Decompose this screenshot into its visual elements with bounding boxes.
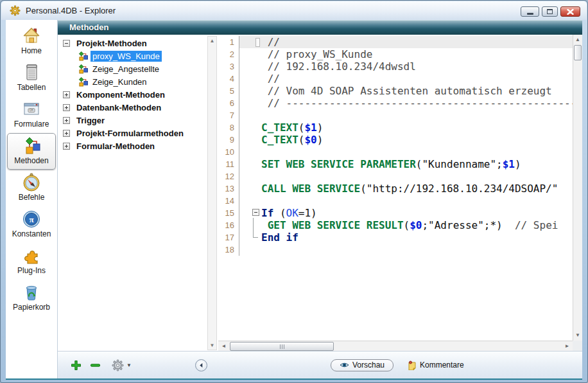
code-line[interactable]: 1 // [218,36,573,48]
preview-button[interactable]: Vorschau [331,359,393,371]
code-preview-pane: 1 //2 // proxy_WS_Kunde3 // 192.168.10.2… [218,35,582,352]
sidebar-item-constants[interactable]: πKonstanten [7,206,56,243]
expand-box-icon[interactable] [63,130,70,137]
tree-group-projekt-formularmethoden[interactable]: Projekt-Formularmethoden [58,127,207,139]
expand-box-icon[interactable] [63,117,70,124]
sidebar-item-commands[interactable]: Befehle [7,170,56,206]
eye-icon [340,362,349,368]
tree-group-label: Komponent-Methoden [74,89,167,100]
maximize-button[interactable] [542,6,558,17]
code-line[interactable]: 17End if [218,231,573,244]
collapse-pane-button[interactable] [195,359,207,371]
sidebar-item-home[interactable]: Home [7,23,56,60]
code-text: C_TEXT($1) [239,121,573,134]
code-text: If (OK=1) [239,207,573,219]
fold-collapse-icon[interactable] [252,209,259,216]
code-line[interactable]: 14 [218,195,573,207]
code-lines: 1 //2 // proxy_WS_Kunde3 // 192.168.10.2… [218,35,573,256]
tree-group-formular-methoden[interactable]: Formular-Methoden [58,139,207,152]
tree-group-label: Formular-Methoden [74,141,157,152]
code-line[interactable]: 18 [218,244,573,256]
scroll-up-icon[interactable]: ▲ [208,37,216,45]
preview-label: Vorschau [352,361,385,370]
add-method-button[interactable] [71,360,82,371]
tree-method-item[interactable]: Zeige_Kunden [58,75,207,88]
tree-scrollbar[interactable]: ▲ ▼ [207,36,217,350]
minus-icon [90,360,101,371]
code-line[interactable]: 5 // Vom 4D SOAP Assistenten automatisch… [218,85,573,97]
code-line[interactable]: 10 [218,146,573,158]
sidebar-item-plugins[interactable]: Plug-Ins [7,243,56,280]
tree-group-projekt-methoden[interactable]: Projekt-Methoden [58,37,207,49]
code-line[interactable]: 3 // 192.168.10.234/4dwsdl [218,60,573,73]
code-text: CALL WEB SERVICE("http://192.168.10.234/… [239,183,573,195]
code-line[interactable]: 2 // proxy_WS_Kunde [218,48,573,60]
sidebar-item-label: Methoden [14,156,48,165]
tree-method-label: proxy_WS_Kunde [91,51,162,62]
collapse-box-icon[interactable] [63,40,70,47]
expand-box-icon[interactable] [63,143,70,150]
scroll-up-icon[interactable]: ▲ [573,35,582,44]
minimize-button[interactable] [521,6,539,17]
sidebar-item-methods[interactable]: Methoden [7,133,56,170]
code-line[interactable]: 13CALL WEB SERVICE("http://192.168.10.23… [218,183,573,195]
main-panel: Methoden Projekt-Methoden proxy_WS_Kunde… [57,20,582,379]
code-line[interactable]: 12 [218,170,573,183]
sidebar-item-label: Tabellen [17,83,46,92]
home-icon [22,25,41,46]
tree-group-label: Projekt-Methoden [74,38,149,49]
scroll-down-icon[interactable]: ▼ [573,331,582,340]
line-number: 17 [218,231,239,244]
tree-group-komponent-methoden[interactable]: Komponent-Methoden [58,88,207,101]
comments-button[interactable]: Kommentare [408,361,464,370]
dropdown-caret-icon: ▼ [126,362,132,368]
sidebar-item-trash[interactable]: Papierkorb [7,280,56,316]
code-line[interactable]: 11SET WEB SERVICE PARAMETER("Kundenname"… [218,158,573,170]
sidebar-item-tables[interactable]: Tabellen [7,60,56,96]
tree-method-item[interactable]: proxy_WS_Kunde [58,49,207,62]
delete-method-button[interactable] [90,360,101,371]
tree-method-item[interactable]: Zeige_Angestellte [58,62,207,75]
code-text: // [239,73,573,85]
commands-icon [22,172,41,193]
tree-group-trigger[interactable]: Trigger [58,114,207,127]
sidebar-item-label: Formulare [14,120,49,129]
code-line[interactable]: 6 // -----------------------------------… [218,97,573,109]
sidebar-item-label: Papierkorb [13,303,50,312]
line-number: 2 [218,48,239,60]
code-horizontal-scrollbar[interactable]: ◄ ► [218,341,573,352]
sidebar-item-forms[interactable]: OKFormulare [7,96,56,133]
code-viewport[interactable]: 1 //2 // proxy_WS_Kunde3 // 192.168.10.2… [218,35,573,341]
code-line[interactable]: 9C_TEXT($0) [218,134,573,146]
svg-text:OK: OK [30,109,34,112]
horizontal-scroll-thumb[interactable] [230,342,334,351]
line-number: 18 [218,244,239,256]
explorer-window: Personal.4DB - Explorer Home Tabellen OK… [0,0,588,383]
tree-group-datenbank-methoden[interactable]: Datenbank-Methoden [58,101,207,114]
code-vertical-scrollbar[interactable]: ▲ ▼ [573,35,582,341]
sidebar-item-label: Befehle [19,193,45,202]
line-number: 14 [218,195,239,207]
options-gear-button[interactable]: ▼ [112,359,132,371]
method-icon [78,76,88,87]
scroll-left-icon[interactable]: ◄ [219,341,229,352]
line-number: 11 [218,158,239,170]
close-button[interactable] [560,6,580,17]
code-text [239,244,573,256]
tree-method-label: Zeige_Kunden [91,76,149,87]
scroll-right-icon[interactable]: ► [562,341,572,352]
panes: Projekt-Methoden proxy_WS_Kunde Zeige_An… [58,35,582,352]
expand-box-icon[interactable] [63,91,70,98]
code-line[interactable]: 4 // [218,73,573,85]
expand-box-icon[interactable] [63,104,70,111]
code-line[interactable]: 7 [218,109,573,121]
chevron-left-icon [198,362,204,368]
code-text: End if [239,231,573,244]
line-number: 6 [218,97,239,109]
scroll-down-icon[interactable]: ▼ [208,341,216,350]
code-line[interactable]: 16 GET WEB SERVICE RESULT($0;"Adresse";*… [218,219,573,231]
vertical-scroll-thumb[interactable] [574,45,582,60]
code-line[interactable]: 15If (OK=1) [218,207,573,219]
code-line[interactable]: 8C_TEXT($1) [218,121,573,134]
tree-group-label: Datenbank-Methoden [74,102,163,113]
